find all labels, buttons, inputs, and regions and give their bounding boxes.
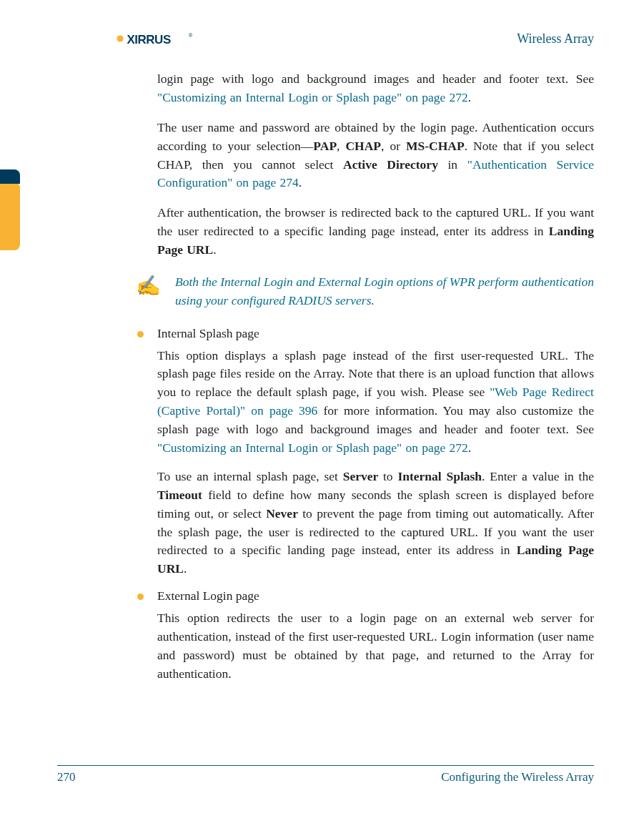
side-tab-decoration (0, 182, 20, 250)
paragraph-external-desc: This option redirects the user to a logi… (157, 609, 594, 684)
note-text: Both the Internal Login and External Log… (175, 272, 594, 310)
bullet-external-login: External Login page This option redirect… (157, 588, 594, 684)
xirrus-logo: XIRRUS ® (114, 27, 222, 50)
svg-text:XIRRUS: XIRRUS (127, 33, 171, 46)
paragraph-login-customize: login page with logo and background imag… (157, 70, 594, 107)
svg-text:®: ® (189, 33, 193, 38)
svg-point-0 (117, 36, 124, 42)
page-footer: 270 Configuring the Wireless Array (57, 765, 594, 784)
paragraph-authentication: The user name and password are obtained … (157, 119, 594, 193)
bullet-internal-splash: Internal Splash page This option display… (157, 326, 594, 579)
main-content: login page with logo and background imag… (57, 70, 594, 684)
footer-section-title: Configuring the Wireless Array (441, 770, 594, 784)
page-header: XIRRUS ® Wireless Array (57, 27, 594, 50)
link-customizing-splash[interactable]: "Customizing an Internal Login or Splash… (157, 440, 468, 455)
bullet-dot-icon (137, 593, 144, 600)
paragraph-redirect: After authentication, the browser is red… (157, 204, 594, 260)
note-icon: ✍ (136, 274, 161, 297)
paragraph-splash-config: To use an internal splash page, set Serv… (157, 468, 594, 578)
header-title: Wireless Array (517, 31, 594, 46)
bullet-title-external-login: External Login page (157, 588, 594, 603)
bullet-title-internal-splash: Internal Splash page (157, 326, 594, 341)
link-customizing-login[interactable]: "Customizing an Internal Login or Splash… (157, 90, 468, 104)
bullet-dot-icon (137, 331, 144, 337)
paragraph-splash-desc: This option displays a splash page inste… (157, 347, 594, 458)
note-callout: ✍ Both the Internal Login and External L… (136, 272, 594, 310)
page-number: 270 (57, 770, 76, 784)
